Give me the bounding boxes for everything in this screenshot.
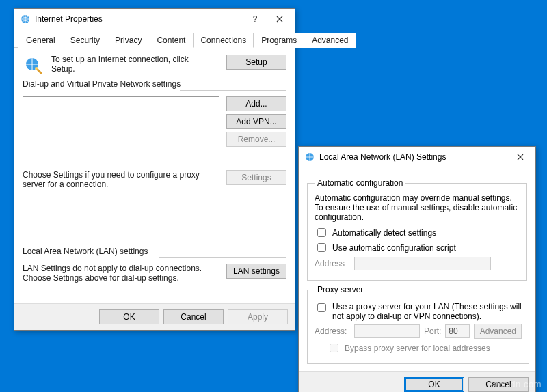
tab-content-area: To set up an Internet connection, click …	[14, 48, 295, 303]
tab-content[interactable]: Content	[149, 33, 193, 48]
proxy-legend: Proxy server	[315, 285, 366, 294]
lan-text: LAN Settings do not apply to dial-up con…	[23, 264, 213, 283]
automatic-config-group: Automatic configuration Automatic config…	[307, 178, 527, 281]
watermark: wsxdn.com	[494, 379, 542, 389]
cancel-button[interactable]: Cancel	[163, 309, 224, 324]
internet-properties-window: Internet Properties ? General Security P…	[14, 8, 295, 331]
proxy-group: Proxy server Use a proxy server for your…	[307, 285, 529, 364]
svg-point-2	[35, 67, 38, 70]
tab-security[interactable]: Security	[63, 33, 107, 48]
proxy-address-row: Address: Port: Advanced	[315, 324, 522, 339]
ok-button[interactable]: OK	[404, 377, 464, 392]
proxy-address-label: Address:	[315, 326, 350, 336]
lan-content: Automatic configuration Automatic config…	[299, 167, 535, 371]
titlebar: Internet Properties ?	[14, 9, 295, 29]
dialup-group: Dial-up and Virtual Private Network sett…	[23, 85, 286, 203]
auto-text: Automatic configuration may override man…	[315, 193, 520, 222]
bypass-input	[330, 344, 338, 352]
window-title: Local Area Network (LAN) Settings	[319, 152, 508, 162]
tab-general[interactable]: General	[18, 33, 63, 48]
proxy-port-label: Port:	[424, 326, 441, 336]
dialup-legend: Dial-up and Virtual Private Network sett…	[23, 79, 183, 89]
use-proxy-label: Use a proxy server for your LAN (These s…	[332, 302, 522, 321]
dialog-buttons: OK Cancel Apply	[14, 303, 295, 330]
use-proxy-checkbox[interactable]: Use a proxy server for your LAN (These s…	[315, 302, 522, 321]
lan-settings-button[interactable]: LAN settings	[226, 264, 286, 279]
auto-script-checkbox[interactable]: Use automatic configuration script	[315, 241, 520, 254]
globe-gear-icon	[20, 14, 31, 25]
close-button[interactable]	[508, 148, 533, 167]
proxy-address-input	[354, 324, 420, 338]
bypass-label: Bypass proxy server for local addresses	[345, 344, 490, 353]
remove-button: Remove...	[226, 132, 286, 147]
tab-privacy[interactable]: Privacy	[107, 33, 149, 48]
add-vpn-button[interactable]: Add VPN...	[226, 114, 286, 129]
lan-settings-window: Local Area Network (LAN) Settings Automa…	[298, 146, 536, 392]
auto-detect-label: Automatically detect settings	[332, 228, 436, 238]
lan-legend: Local Area Network (LAN) settings	[23, 247, 150, 256]
script-address-field: Address	[315, 257, 520, 270]
titlebar: Local Area Network (LAN) Settings	[299, 147, 535, 167]
lan-group: Local Area Network (LAN) settings LAN Se…	[23, 252, 286, 296]
advanced-button: Advanced	[474, 324, 522, 339]
choose-settings-text: Choose Settings if you need to configure…	[23, 170, 213, 189]
auto-detect-checkbox[interactable]: Automatically detect settings	[315, 226, 520, 239]
tab-connections[interactable]: Connections	[193, 33, 254, 48]
proxy-port-input	[445, 324, 470, 338]
add-button[interactable]: Add...	[226, 96, 286, 111]
auto-detect-input[interactable]	[317, 228, 326, 237]
connections-listbox[interactable]	[23, 96, 219, 163]
setup-button[interactable]: Setup	[226, 55, 286, 70]
close-button[interactable]	[267, 10, 292, 29]
setup-text: To set up an Internet connection, click …	[51, 55, 213, 74]
window-title: Internet Properties	[35, 14, 243, 24]
tab-programs[interactable]: Programs	[254, 33, 304, 48]
tabs: General Security Privacy Content Connect…	[14, 29, 295, 48]
ok-button[interactable]: OK	[99, 309, 159, 324]
globe-wand-icon	[23, 55, 44, 76]
apply-button: Apply	[228, 309, 288, 324]
auto-legend: Automatic configuration	[315, 178, 405, 188]
address-label: Address	[315, 259, 350, 268]
use-proxy-input[interactable]	[317, 303, 326, 312]
settings-button: Settings	[226, 170, 286, 185]
auto-script-input[interactable]	[317, 243, 326, 252]
tab-advanced[interactable]: Advanced	[304, 33, 356, 48]
script-address-input	[354, 257, 491, 270]
help-button[interactable]: ?	[243, 10, 267, 29]
bypass-checkbox: Bypass proxy server for local addresses	[327, 341, 522, 354]
globe-icon	[304, 152, 315, 163]
auto-script-label: Use automatic configuration script	[332, 243, 456, 253]
